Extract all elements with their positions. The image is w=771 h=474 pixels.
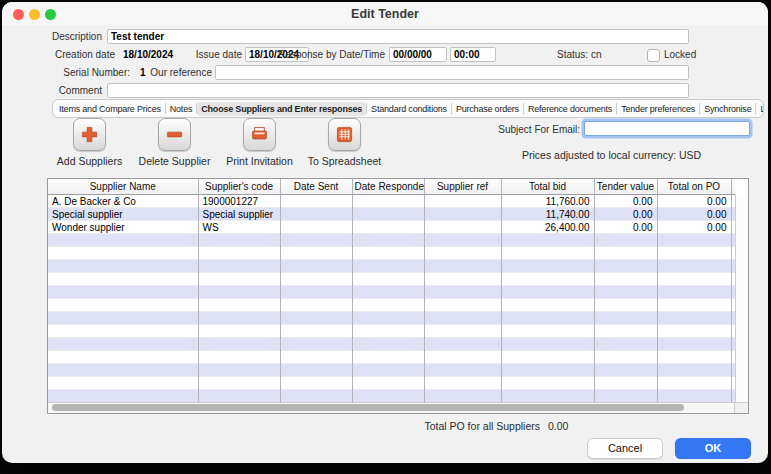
cell-total-bid[interactable]: 11,740.00 [501,208,594,221]
locked-checkbox[interactable] [647,49,660,62]
description-input[interactable]: Test tender [107,29,689,44]
cell-total-bid[interactable] [501,351,594,364]
cell-supplier-ref[interactable] [424,286,501,299]
cell-supplier-ref[interactable] [424,195,501,208]
cell-date-responded[interactable] [352,208,424,221]
tab-items-and-compare-prices[interactable]: Items and Compare Prices [55,102,165,116]
column-header-supplier-s-code[interactable]: Supplier's code [198,179,280,195]
cell-supplier-name[interactable] [48,338,198,351]
cell-date-sent[interactable] [280,208,352,221]
column-header-date-sent[interactable]: Date Sent [280,179,352,195]
tab-log[interactable]: Log [756,102,764,116]
tab-standard-conditions[interactable]: Standard conditions [367,102,451,116]
cell-date-sent[interactable] [280,195,352,208]
cell-total-on-po[interactable]: 0.00 [657,195,731,208]
cell-total-on-po[interactable] [657,260,731,273]
printer-icon[interactable] [243,118,276,151]
cell-supplier-name[interactable] [48,390,198,403]
cell-total-on-po[interactable] [657,338,731,351]
cell-total-on-po[interactable]: 0.00 [657,208,731,221]
cell-tender-value[interactable] [594,312,657,325]
column-header-tender-value[interactable]: Tender value [594,179,657,195]
cell-total-on-po[interactable] [657,390,731,403]
tab-purchase-orders[interactable]: Purchase orders [452,102,523,116]
cell-date-responded[interactable] [352,338,424,351]
column-header-total-on-po[interactable]: Total on PO [657,179,731,195]
cell-total-on-po[interactable] [657,377,731,390]
cancel-button[interactable]: Cancel [587,438,663,459]
table-row-empty[interactable] [48,286,735,299]
cell-supplier-s-code[interactable] [198,234,280,247]
tab-choose-suppliers-and-enter-responses[interactable]: Choose Suppliers and Enter responses [197,102,366,116]
cell-tender-value[interactable] [594,325,657,338]
cell-supplier-name[interactable] [48,325,198,338]
cell-date-responded[interactable] [352,221,424,234]
cell-supplier-s-code[interactable]: Special supplier [198,208,280,221]
cell-tender-value[interactable] [594,273,657,286]
cell-supplier-ref[interactable] [424,338,501,351]
cell-supplier-name[interactable]: Special supplier [48,208,198,221]
cell-supplier-ref[interactable] [424,273,501,286]
cell-supplier-ref[interactable] [424,377,501,390]
table-row-empty[interactable] [48,260,735,273]
table-row[interactable]: Special supplierSpecial supplier11,740.0… [48,208,735,221]
cell-tender-value[interactable] [594,377,657,390]
cell-date-responded[interactable] [352,312,424,325]
cell-supplier-s-code[interactable] [198,364,280,377]
cell-date-sent[interactable] [280,299,352,312]
cell-tender-value[interactable] [594,247,657,260]
horizontal-scrollbar-track[interactable] [48,402,735,413]
add-suppliers-button[interactable]: Add Suppliers [47,118,132,167]
cell-supplier-s-code[interactable] [198,260,280,273]
delete-supplier-button[interactable]: Delete Supplier [132,118,217,167]
cell-supplier-s-code[interactable] [198,273,280,286]
cell-supplier-name[interactable]: Wonder supplier [48,221,198,234]
delete-minus-icon[interactable] [158,118,191,151]
cell-total-bid[interactable] [501,390,594,403]
cell-supplier-ref[interactable] [424,234,501,247]
cell-tender-value[interactable]: 0.00 [594,195,657,208]
cell-date-sent[interactable] [280,312,352,325]
table-row-empty[interactable] [48,299,735,312]
cell-supplier-s-code[interactable] [198,286,280,299]
cell-tender-value[interactable] [594,364,657,377]
cell-supplier-s-code[interactable]: 1900001227 [198,195,280,208]
cell-total-on-po[interactable] [657,247,731,260]
cell-total-on-po[interactable] [657,351,731,364]
cell-supplier-s-code[interactable] [198,325,280,338]
cell-tender-value[interactable] [594,351,657,364]
cell-supplier-s-code[interactable] [198,390,280,403]
cell-date-sent[interactable] [280,377,352,390]
cell-total-on-po[interactable] [657,299,731,312]
cell-tender-value[interactable]: 0.00 [594,208,657,221]
cell-tender-value[interactable]: 0.00 [594,221,657,234]
cell-date-responded[interactable] [352,325,424,338]
cell-total-bid[interactable] [501,377,594,390]
cell-total-bid[interactable] [501,247,594,260]
cell-date-sent[interactable] [280,390,352,403]
column-header-supplier-ref[interactable]: Supplier ref [424,179,501,195]
tab-synchronise[interactable]: Synchronise [700,102,755,116]
cell-tender-value[interactable] [594,260,657,273]
cell-supplier-name[interactable] [48,312,198,325]
cell-supplier-name[interactable] [48,260,198,273]
cell-supplier-s-code[interactable]: WS [198,221,280,234]
cell-supplier-ref[interactable] [424,299,501,312]
cell-date-responded[interactable] [352,234,424,247]
cell-supplier-ref[interactable] [424,247,501,260]
cell-total-bid[interactable]: 11,760.00 [501,195,594,208]
cell-date-responded[interactable] [352,364,424,377]
cell-supplier-s-code[interactable] [198,351,280,364]
cell-supplier-name[interactable] [48,273,198,286]
cell-date-sent[interactable] [280,364,352,377]
table-row-empty[interactable] [48,312,735,325]
table-row[interactable]: Wonder supplierWS26,400.000.000.00 [48,221,735,234]
cell-tender-value[interactable] [594,390,657,403]
tab-tender-preferences[interactable]: Tender preferences [617,102,699,116]
print-invitation-button[interactable]: Print Invitation [217,118,302,167]
column-header-date-responded[interactable]: Date Responded [352,179,424,195]
cell-total-bid[interactable] [501,273,594,286]
table-row-empty[interactable] [48,247,735,260]
cell-supplier-s-code[interactable] [198,377,280,390]
cell-supplier-name[interactable] [48,377,198,390]
